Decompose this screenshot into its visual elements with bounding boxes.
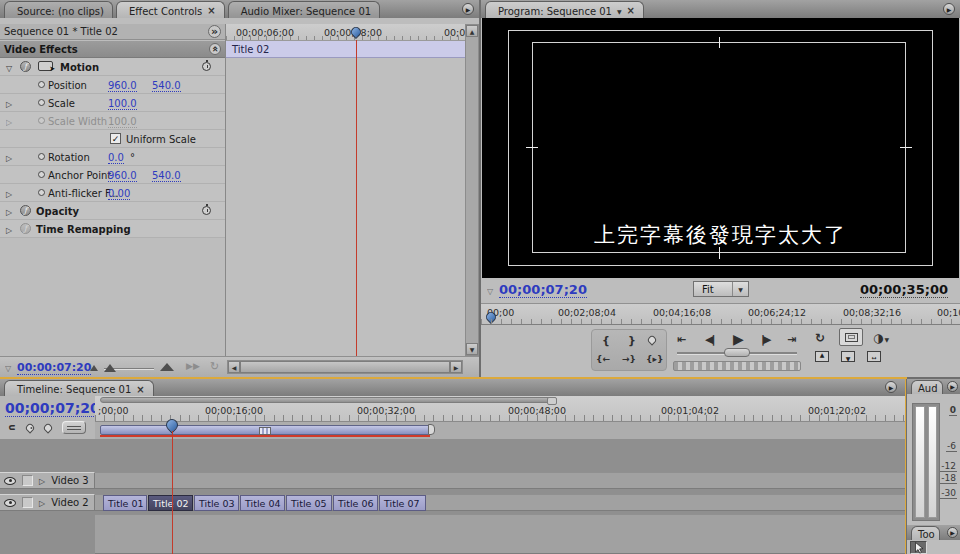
expand-triangle-icon[interactable] [6, 225, 12, 235]
timeline-viewport-scrollbar[interactable] [100, 397, 557, 403]
timeline-clip[interactable]: Title 06 [333, 495, 378, 511]
expand-triangle-icon[interactable] [6, 153, 12, 163]
timeline-clip[interactable]: Title 07 [379, 495, 426, 511]
loop-button[interactable]: ↻ [815, 331, 825, 345]
work-area-handle[interactable] [259, 427, 271, 435]
chevron-down-icon[interactable] [617, 6, 622, 16]
uniform-scale-checkbox[interactable] [110, 133, 121, 144]
timeline-current-timecode[interactable]: 00;00;07;20 [5, 400, 100, 417]
track-header-video2[interactable]: Video 2 [0, 494, 95, 511]
panel-menu-icon[interactable] [947, 527, 958, 538]
close-icon[interactable] [207, 6, 215, 16]
scroll-up-icon[interactable]: ▲ [466, 25, 478, 37]
position-x-value[interactable]: 960.0 [108, 80, 137, 92]
loop-icon[interactable]: ↻ [210, 361, 219, 372]
tab-effect-controls[interactable]: Effect Controls [116, 1, 225, 18]
toggle-track-output-eye-icon[interactable] [4, 499, 16, 507]
zoom-level-dropdown[interactable]: Fit [693, 281, 749, 297]
disclosure-triangle-icon[interactable] [487, 286, 493, 296]
track-content-video3[interactable] [95, 472, 905, 489]
panel-menu-icon[interactable] [885, 381, 897, 393]
mini-timeline-clip[interactable]: Title 02 [226, 41, 465, 58]
play-in-to-out-icon[interactable]: ▶▶ [186, 362, 200, 371]
timeline-time-ruler[interactable]: ;00;00 00;00;16;00 00;00;32;00 00;00;48;… [95, 396, 905, 422]
timeline-clip-selected[interactable]: Title 02 [148, 495, 193, 511]
anchor-y-value[interactable]: 540.0 [152, 170, 181, 182]
play-button[interactable]: ▶ [733, 331, 744, 347]
vertical-scrollbar[interactable]: ▲ ▼ [465, 24, 479, 356]
go-to-next-edit-button[interactable]: ⇥ [787, 333, 796, 346]
effect-row-motion[interactable]: ƒ Motion [0, 58, 225, 76]
expand-triangle-icon[interactable] [6, 207, 12, 217]
program-video-area[interactable]: 上完字幕後發現字太大了 [482, 18, 959, 278]
expand-track-icon[interactable] [39, 498, 45, 508]
timeline-options-button[interactable] [62, 421, 86, 434]
track-content-video1[interactable] [95, 514, 905, 554]
work-area-end-handle[interactable] [428, 424, 435, 435]
disclosure-triangle-icon[interactable] [5, 363, 11, 373]
dropdown-cell[interactable] [732, 282, 748, 296]
tab-timeline[interactable]: Timeline: Sequence 01 [4, 380, 154, 396]
step-back-icon[interactable]: ◀| [705, 333, 713, 346]
go-to-out-point-button[interactable]: →} [622, 354, 636, 364]
toggle-track-output-eye-icon[interactable] [4, 477, 16, 485]
output-button[interactable]: ◑ [873, 331, 889, 345]
toggle-effect-icon[interactable]: ƒ [20, 61, 31, 72]
zoom-slider-thumb[interactable] [104, 364, 116, 372]
timeline-clip[interactable]: Title 03 [194, 495, 239, 511]
expand-triangle-icon[interactable] [6, 189, 12, 199]
timeline-clip[interactable]: Title 04 [240, 495, 285, 511]
set-marker-icon[interactable] [646, 334, 657, 345]
scroll-down-icon[interactable]: ▼ [466, 343, 478, 355]
lift-button[interactable]: ▲ [815, 351, 829, 362]
shuttle-slider[interactable] [724, 348, 750, 357]
scroll-right-icon[interactable]: ▶ [450, 361, 462, 373]
property-row-uniform-scale[interactable]: Uniform Scale [0, 130, 225, 148]
go-to-in-point-button[interactable]: {← [596, 354, 610, 364]
zoom-in-icon[interactable] [160, 363, 174, 371]
work-area-bar[interactable] [100, 425, 430, 435]
tab-audio-master-meters[interactable]: Aud [911, 380, 943, 394]
set-encore-chapter-marker-icon[interactable] [24, 422, 35, 433]
effect-row-time-remapping[interactable]: ƒ Time Remapping [0, 220, 225, 238]
go-to-previous-edit-button[interactable]: ⇤ [677, 333, 686, 346]
property-row-position[interactable]: Position 960.0 540.0 [0, 76, 225, 94]
jog-disk[interactable] [673, 361, 801, 371]
close-icon[interactable] [627, 6, 635, 16]
panel-menu-icon[interactable] [943, 3, 955, 15]
extract-button[interactable]: ▼ [841, 351, 855, 362]
track-header-video3[interactable]: Video 3 [0, 472, 95, 489]
property-row-anti-flicker[interactable]: Anti-flicker F... 0.00 [0, 184, 225, 202]
play-in-to-out-button[interactable]: {▸} [646, 354, 663, 364]
program-time-ruler[interactable]: 00;00 00;02;08;04 00;04;16;08 00;06;24;1… [481, 303, 960, 325]
show-hide-timeline-view-button[interactable] [208, 25, 221, 38]
tab-source[interactable]: Source: (no clips) [4, 1, 113, 18]
property-row-rotation[interactable]: Rotation 0.0 ° [0, 148, 225, 166]
current-time-display[interactable]: 00:00:07:20 [17, 361, 91, 375]
set-in-point-button[interactable]: { [602, 334, 610, 347]
program-current-timecode[interactable]: 00;00;07;20 [499, 282, 587, 298]
keyframe-dot-icon[interactable] [38, 171, 45, 178]
zoom-out-icon[interactable] [90, 365, 98, 371]
safe-margins-button[interactable] [839, 328, 863, 346]
keyframe-dot-icon[interactable] [38, 153, 45, 160]
effect-controls-ruler[interactable]: 00;00;06;00 00;00;08;00 00;00; [226, 24, 465, 41]
scroll-left-icon[interactable]: ◀ [228, 361, 240, 373]
set-unnumbered-marker-icon[interactable] [42, 422, 53, 433]
sequence-duration-display[interactable]: 00;00;35;00 [860, 282, 948, 298]
timeline-clip[interactable]: Title 05 [286, 495, 332, 511]
track-lock-toggle[interactable] [22, 497, 33, 508]
rotation-value[interactable]: 0.0 [108, 152, 124, 164]
track-lock-toggle[interactable] [22, 475, 33, 486]
horizontal-scrollbar[interactable]: ◀ ▶ [227, 360, 463, 374]
tab-tools[interactable]: Too [911, 526, 940, 540]
close-icon[interactable] [136, 385, 144, 395]
panel-menu-icon[interactable] [947, 381, 958, 392]
toggle-effect-icon[interactable]: ƒ [20, 205, 31, 216]
timeline-clip[interactable]: Title 01 [103, 495, 147, 511]
set-out-point-button[interactable]: } [628, 334, 636, 347]
property-row-scale-width[interactable]: Scale Width 100.0 [0, 112, 225, 130]
step-forward-icon[interactable]: |▶ [761, 333, 769, 346]
snap-toggle-icon[interactable] [7, 423, 18, 431]
track-content-video2[interactable]: Title 01 Title 02 Title 03 Title 04 Titl… [95, 494, 905, 511]
